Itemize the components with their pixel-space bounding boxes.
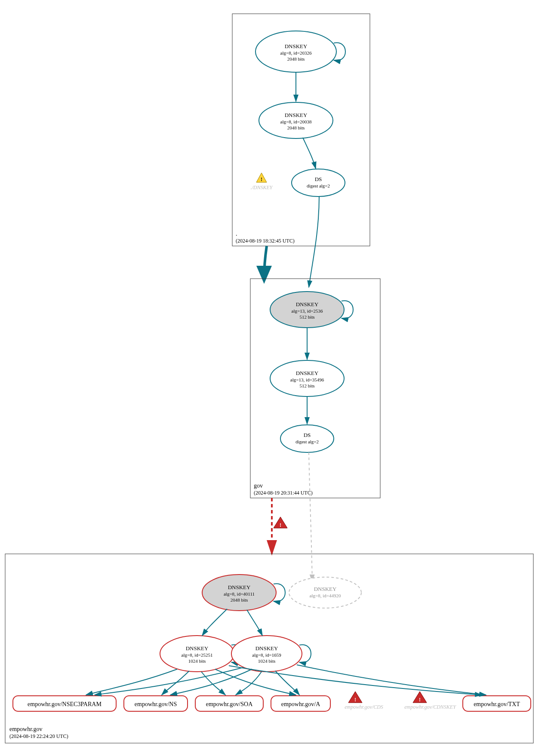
node-root-ksk[interactable]: DNSKEY alg=8, id=20326 2048 bits [255, 31, 336, 72]
svg-point-36 [289, 577, 361, 608]
svg-text:empowhr.gov/NSEC3PARAM: empowhr.gov/NSEC3PARAM [28, 701, 102, 707]
error-delegation-icon[interactable]: ! [274, 517, 287, 528]
node-empowhr-zsk-25251[interactable]: DNSKEY alg=8, id=25251 1024 bits [160, 636, 234, 672]
edge-govds-to-ghost [309, 452, 312, 581]
zone-gov-label: gov [254, 482, 263, 489]
node-root-zsk[interactable]: DNSKEY alg=8, id=20038 2048 bits [259, 102, 333, 138]
rr-ns[interactable]: empowhr.gov/NS [124, 696, 188, 711]
svg-text:DNSKEY: DNSKEY [228, 584, 251, 590]
delegation-gov-to-empowhr: ! [272, 498, 287, 554]
svg-point-25 [280, 425, 334, 452]
svg-text:!: ! [280, 522, 281, 528]
node-gov-ds[interactable]: DS digest alg=2 [280, 425, 334, 452]
svg-text:DNSKEY: DNSKEY [255, 645, 278, 652]
svg-text:empowhr.gov/NS: empowhr.gov/NS [135, 701, 177, 707]
svg-text:!: ! [261, 176, 262, 182]
svg-text:digest alg=2: digest alg=2 [307, 183, 330, 188]
delegation-root-to-gov [264, 246, 267, 279]
svg-text:alg=8, id=20038: alg=8, id=20038 [280, 119, 312, 124]
zone-root: . (2024-08-19 18:32:45 UTC) DNSKEY alg=8… [232, 14, 370, 246]
dnssec-graph: . (2024-08-19 18:32:45 UTC) DNSKEY alg=8… [0, 0, 557, 756]
svg-text:empowhr.gov: empowhr.gov [9, 726, 43, 732]
node-empowhr-ksk[interactable]: DNSKEY alg=8, id=40111 2048 bits [202, 575, 276, 611]
svg-text:empowhr.gov/SOA: empowhr.gov/SOA [206, 701, 253, 707]
node-gov-zsk[interactable]: DNSKEY alg=13, id=35496 512 bits [270, 360, 344, 396]
svg-text:2048 bits: 2048 bits [287, 125, 305, 130]
svg-text:./DNSKEY: ./DNSKEY [250, 184, 273, 191]
svg-text:!: ! [354, 697, 356, 703]
svg-text:DNSKEY: DNSKEY [296, 370, 319, 376]
rr-txt[interactable]: empowhr.gov/TXT [463, 696, 531, 711]
svg-text:digest alg=2: digest alg=2 [295, 439, 319, 444]
svg-text:alg=8, id=44920: alg=8, id=44920 [310, 593, 341, 598]
rr-nsec3param[interactable]: empowhr.gov/NSEC3PARAM [13, 696, 116, 711]
edge-rootds-to-govksk [309, 197, 319, 287]
svg-text:1024 bits: 1024 bits [188, 658, 206, 664]
svg-text:(2024-08-19 20:31:44 UTC): (2024-08-19 20:31:44 UTC) [254, 490, 313, 496]
node-gov-ksk[interactable]: DNSKEY alg=13, id=2536 512 bits [270, 292, 344, 328]
svg-text:!: ! [419, 697, 421, 703]
rr-soa[interactable]: empowhr.gov/SOA [195, 696, 263, 711]
svg-text:alg=8, id=40111: alg=8, id=40111 [224, 591, 255, 596]
svg-text:DNSKEY: DNSKEY [314, 586, 337, 592]
svg-text:empowhr.gov/CDNSKEY: empowhr.gov/CDNSKEY [404, 704, 456, 710]
svg-text:DNSKEY: DNSKEY [285, 43, 308, 49]
svg-text:alg=13, id=2536: alg=13, id=2536 [292, 308, 323, 313]
node-root-ds[interactable]: DS digest alg=2 [292, 169, 345, 197]
svg-text:alg=8, id=20326: alg=8, id=20326 [280, 50, 312, 55]
rr-a[interactable]: empowhr.gov/A [271, 696, 330, 711]
node-empowhr-ghost-key[interactable]: DNSKEY alg=8, id=44920 [289, 577, 361, 608]
warning-root-dnskey[interactable]: ! ./DNSKEY [250, 173, 273, 191]
svg-point-10 [292, 169, 345, 197]
zone-gov: gov (2024-08-19 20:31:44 UTC) DNSKEY alg… [250, 279, 380, 498]
svg-text:DNSKEY: DNSKEY [186, 645, 209, 652]
error-missing-cdnskey[interactable]: ! empowhr.gov/CDNSKEY [404, 691, 456, 710]
svg-text:empowhr.gov/A: empowhr.gov/A [281, 701, 320, 707]
svg-text:alg=8, id=1659: alg=8, id=1659 [252, 652, 281, 658]
svg-text:DS: DS [315, 176, 322, 182]
svg-text:DS: DS [304, 432, 311, 438]
svg-text:alg=13, id=35496: alg=13, id=35496 [290, 377, 324, 382]
svg-text:alg=8, id=25251: alg=8, id=25251 [182, 652, 213, 658]
svg-text:empowhr.gov/CDS: empowhr.gov/CDS [345, 704, 383, 710]
zone-root-time: (2024-08-19 18:32:45 UTC) [236, 238, 295, 244]
svg-text:512 bits: 512 bits [299, 383, 314, 388]
svg-text:2048 bits: 2048 bits [231, 597, 248, 602]
zone-empowhr: empowhr.gov (2024-08-19 22:24:20 UTC) DN… [5, 554, 533, 743]
svg-text:512 bits: 512 bits [299, 314, 314, 320]
svg-text:empowhr.gov/TXT: empowhr.gov/TXT [474, 701, 520, 707]
svg-text:(2024-08-19 22:24:20 UTC): (2024-08-19 22:24:20 UTC) [9, 733, 68, 739]
svg-text:DNSKEY: DNSKEY [296, 301, 319, 307]
svg-text:DNSKEY: DNSKEY [285, 112, 308, 118]
node-empowhr-zsk-1659[interactable]: DNSKEY alg=8, id=1659 1024 bits [231, 636, 302, 672]
zone-root-label: . [236, 230, 237, 237]
svg-text:1024 bits: 1024 bits [258, 658, 276, 664]
svg-text:2048 bits: 2048 bits [287, 56, 305, 61]
error-missing-cds[interactable]: ! empowhr.gov/CDS [345, 691, 383, 710]
